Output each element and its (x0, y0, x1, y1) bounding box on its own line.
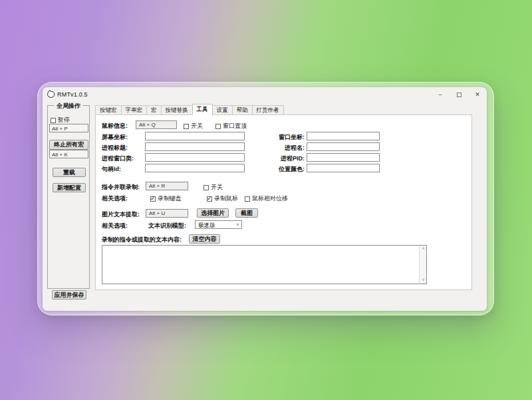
stop-all-macros-button[interactable]: 终止所有宏 (49, 140, 88, 150)
window-topmost-checkbox[interactable] (215, 124, 221, 129)
ocr-options-label: 相关选项: (102, 222, 128, 230)
stop-hotkey-input[interactable]: Alt + K (49, 150, 88, 158)
scroll-up-icon[interactable]: ˄ (420, 246, 427, 252)
mouse-relative-row[interactable]: 鼠标相对位移 (245, 194, 288, 203)
tab-key-macro[interactable]: 按键宏 (95, 105, 122, 115)
pause-checkbox[interactable] (51, 118, 56, 123)
screen-coord-label: 屏幕坐标: (102, 133, 128, 142)
process-name-label: 进程名: (245, 144, 305, 152)
pause-hotkey-input[interactable]: Alt + P (49, 124, 88, 132)
tab-tools[interactable]: 工具 (192, 104, 213, 115)
tools-panel: 鼠标信息: Alt + Q 开关 窗口置顶 屏幕坐标: 进程标题: 进程窗口类:… (95, 114, 472, 290)
mouse-info-switch-checkbox[interactable] (184, 124, 189, 129)
maximize-icon (457, 93, 462, 97)
textarea-scrollbar[interactable]: ˄ ˅ (419, 246, 426, 284)
record-mouse-row[interactable]: 录制鼠标 (207, 194, 238, 203)
window-topmost-row[interactable]: 窗口置顶 (215, 122, 247, 130)
position-color-label: 位置颜色: (245, 165, 305, 174)
window-class-label: 进程窗口类: (102, 154, 134, 163)
tab-key-remap[interactable]: 按键替换 (161, 105, 193, 115)
reload-button[interactable]: 重载 (53, 168, 86, 177)
tab-help[interactable]: 帮助 (232, 105, 253, 115)
group-title: 全局操作 (55, 102, 82, 110)
record-switch-checkbox[interactable] (203, 185, 209, 190)
position-color-input[interactable] (307, 164, 380, 172)
select-image-button[interactable]: 选择图片 (197, 208, 229, 218)
mouse-relative-checkbox[interactable] (245, 196, 250, 202)
process-title-label: 进程标题: (102, 144, 128, 152)
minimize-button[interactable]: – (431, 87, 450, 102)
maximize-button[interactable] (450, 87, 468, 102)
close-button[interactable]: ✕ (468, 87, 487, 102)
record-keyboard-row[interactable]: 录制键盘 (150, 194, 182, 203)
record-switch-row[interactable]: 开关 (203, 183, 223, 192)
process-pid-label: 进程PID: (245, 154, 305, 163)
ocr-label: 图片文本提取: (102, 210, 140, 219)
record-hotkey-input[interactable]: Alt + R (146, 182, 188, 190)
content-textarea-wrap: ˄ ˅ (102, 245, 427, 284)
add-config-button[interactable]: 新增配置 (53, 183, 86, 192)
record-keyboard-checkbox[interactable] (150, 196, 156, 202)
tab-donate[interactable]: 打赏作者 (252, 105, 284, 115)
mouse-relative-label: 鼠标相对位移 (252, 194, 288, 203)
switch-label: 开关 (191, 122, 203, 130)
record-keyboard-label: 录制键盘 (158, 194, 182, 203)
minimize-icon: – (438, 91, 442, 98)
record-mouse-checkbox[interactable] (207, 196, 212, 202)
chevron-down-icon: ˅ (236, 222, 239, 228)
screenshot-button[interactable]: 截图 (235, 208, 258, 218)
tab-bar: 按键宏 字串宏 宏 按键替换 工具 设置 帮助 打赏作者 (95, 104, 283, 115)
app-logo-icon (47, 90, 55, 99)
window-coord-input[interactable] (307, 132, 380, 140)
window-class-input[interactable] (145, 153, 245, 162)
handle-id-label: 句柄Id: (102, 165, 121, 174)
close-icon: ✕ (475, 91, 480, 98)
mouse-info-switch-row[interactable]: 开关 (184, 122, 203, 130)
tab-macro[interactable]: 宏 (146, 105, 162, 115)
screen-coord-input[interactable] (145, 132, 245, 140)
record-options-label: 相关选项: (102, 194, 128, 203)
apply-save-button[interactable]: 应用并保存 (52, 290, 86, 300)
record-mouse-label: 录制鼠标 (214, 194, 238, 203)
mouse-info-label: 鼠标信息: (102, 122, 128, 130)
process-title-input[interactable] (145, 142, 245, 151)
titlebar[interactable]: RMTv1.0.5 – ✕ (43, 87, 487, 102)
ocr-hotkey-input[interactable]: Alt + U (146, 209, 188, 218)
handle-id-input[interactable] (145, 164, 245, 172)
ocr-model-label: 文本识别模型: (148, 222, 186, 230)
app-window: RMTv1.0.5 – ✕ 全局操作 暂停 Alt + P 终止所有宏 Alt … (43, 87, 487, 311)
process-name-input[interactable] (307, 142, 380, 151)
record-label: 指令并联录制: (102, 183, 140, 192)
ocr-model-select[interactable]: 极速版 ˅ (195, 220, 242, 229)
tab-string-macro[interactable]: 字串宏 (121, 105, 148, 115)
record-switch-label: 开关 (211, 183, 223, 192)
desktop: { "window": { "title": "RMTv1.0.5", "con… (0, 0, 532, 400)
tab-settings[interactable]: 设置 (212, 105, 233, 115)
content-textarea[interactable] (102, 246, 419, 284)
global-actions-group: 全局操作 暂停 Alt + P 终止所有宏 Alt + K 重载 新增配置 (47, 105, 90, 289)
content-label: 录制的指令或提取的文本内容: (102, 236, 182, 244)
window-title: RMTv1.0.5 (57, 91, 88, 98)
topmost-label: 窗口置顶 (223, 122, 247, 130)
process-pid-input[interactable] (307, 153, 380, 162)
scroll-down-icon[interactable]: ˅ (420, 277, 427, 284)
mouse-info-hotkey-input[interactable]: Alt + Q (136, 120, 177, 129)
clear-content-button[interactable]: 清空内容 (189, 234, 220, 244)
window-coord-label: 窗口坐标: (245, 133, 305, 142)
ocr-model-value: 极速版 (198, 222, 215, 228)
